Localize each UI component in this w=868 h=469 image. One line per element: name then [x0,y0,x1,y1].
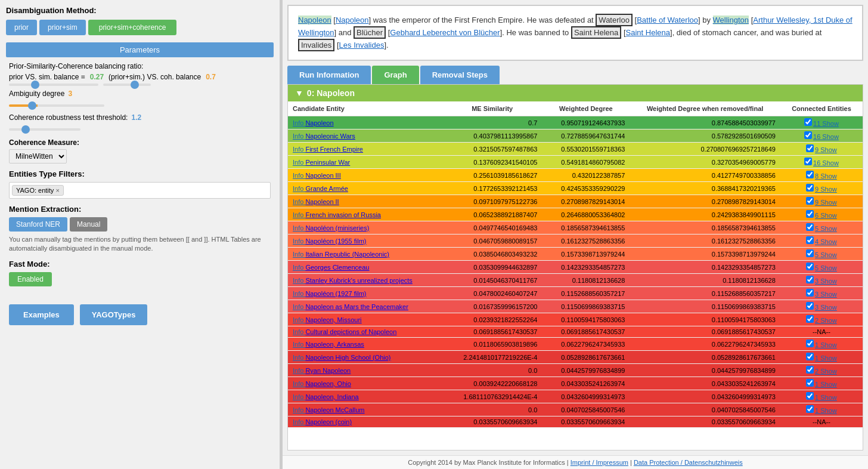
show-link-22[interactable]: 1 Show [815,407,837,414]
show-checkbox-2[interactable] [806,144,814,152]
info-cell-15[interactable]: Info Napoleon, Missouri [288,313,442,326]
show-link-3[interactable]: 16 Show [813,159,839,166]
show-link-7[interactable]: 6 Show [815,212,837,219]
filter-tag-close[interactable]: × [55,187,59,194]
examples-button[interactable]: Examples [9,304,74,325]
entity-link-17[interactable]: Napoleon, Arkansas [305,341,364,348]
entity-link-4[interactable]: Napoleon III [305,172,340,179]
napoleon-highlighted[interactable]: Napoleon [298,16,331,24]
show-link-15[interactable]: 2 Show [815,317,837,324]
show-link-18[interactable]: 1 Show [815,354,837,362]
coherence-threshold-slider[interactable] [9,128,80,131]
info-cell-9[interactable]: Info Napoléon (1955 film) [288,234,442,248]
tab-run-information[interactable]: Run Information [287,66,371,84]
saint-helena-link[interactable]: Saint Helena [626,28,670,37]
info-cell-22[interactable]: Info Napoleon McCallum [288,403,442,416]
info-cell-21[interactable]: Info Napoleon, Indiana [288,390,442,403]
info-cell-5[interactable]: Info Grande Armée [288,182,442,195]
show-checkbox-7[interactable] [806,210,814,218]
show-checkbox-22[interactable] [806,405,814,413]
entity-link-16[interactable]: Cultural depictions of Napoleon [305,328,396,335]
manual-button[interactable]: Manual [70,217,107,232]
info-cell-11[interactable]: Info Georges Clemenceau [288,261,442,274]
info-cell-20[interactable]: Info Napoleon, Ohio [288,377,442,390]
show-link-21[interactable]: 1 Show [815,394,837,401]
show-link-10[interactable]: 5 Show [815,251,837,258]
btn-prior-sim-coh[interactable]: prior+sim+coherence [88,20,177,35]
show-checkbox-15[interactable] [806,315,814,323]
show-link-14[interactable]: 3 Show [815,304,837,311]
show-checkbox-20[interactable] [806,379,814,387]
entity-link-14[interactable]: Napoleon as Mars the Peacemaker [305,303,408,310]
btn-prior[interactable]: prior [6,20,37,35]
entity-link-20[interactable]: Napoleon, Ohio [305,380,351,387]
show-link-2[interactable]: 9 Show [815,146,837,153]
info-cell-17[interactable]: Info Napoleon, Arkansas [288,338,442,351]
blucher-link[interactable]: Gebhard Leberecht von Blücher [390,28,500,37]
info-cell-14[interactable]: Info Napoleon as Mars the Peacemaker [288,300,442,313]
show-link-13[interactable]: 3 Show [815,291,837,298]
show-link-17[interactable]: 1 Show [815,341,837,348]
info-cell-19[interactable]: Info Ryan Napoleon [288,364,442,377]
show-link-4[interactable]: 8 Show [815,172,837,180]
entity-link-12[interactable]: Stanley Kubrick's unrealized projects [305,277,412,284]
entity-link-8[interactable]: Napoléon (miniseries) [305,224,369,232]
show-checkbox-14[interactable] [806,302,814,310]
tab-removal-steps[interactable]: Removal Steps [420,66,500,84]
yago-types-button[interactable]: YAGOTypes [80,304,148,325]
tab-graph[interactable]: Graph [372,66,418,84]
show-link-1[interactable]: 16 Show [813,133,839,140]
entity-link-18[interactable]: Napoleon High School (Ohio) [305,354,390,361]
info-cell-13[interactable]: Info Napoléon (1927 film) [288,287,442,300]
show-link-6[interactable]: 9 Show [815,199,837,206]
show-checkbox-3[interactable] [804,158,812,165]
show-link-5[interactable]: 9 Show [815,186,837,193]
entity-link-6[interactable]: Napoleon II [305,198,339,205]
btn-prior-sim[interactable]: prior+sim [39,20,86,35]
show-link-19[interactable]: 2 Show [815,368,837,375]
filter-tag-yago[interactable]: YAGO: entity × [12,185,64,196]
info-cell-6[interactable]: Info Napoleon II [288,195,442,208]
entity-link-11[interactable]: Georges Clemenceau [305,264,369,271]
entity-link-2[interactable]: First French Empire [305,146,363,153]
entity-link-5[interactable]: Grande Armée [305,185,348,192]
footer-imprint-link[interactable]: Imprint / Impressum [571,459,628,466]
info-cell-3[interactable]: Info Peninsular War [288,156,442,169]
show-checkbox-13[interactable] [806,289,814,297]
show-checkbox-9[interactable] [806,236,814,244]
invalides-link[interactable]: Les Invalides [339,41,385,50]
show-checkbox-1[interactable] [804,131,812,139]
prior-sim-slider[interactable] [9,84,98,86]
show-checkbox-18[interactable] [806,353,814,360]
show-checkbox-17[interactable] [806,340,814,347]
entity-link-0[interactable]: Napoleon [305,119,333,126]
show-link-20[interactable]: 1 Show [815,381,837,388]
info-cell-23[interactable]: Info Napoleon (coin) [288,416,442,428]
info-cell-16[interactable]: Info Cultural depictions of Napoleon [288,326,442,338]
show-checkbox-6[interactable] [806,197,814,205]
show-checkbox-5[interactable] [806,184,814,192]
stanford-ner-button[interactable]: Stanford NER [9,217,67,232]
waterloo-link[interactable]: Battle of Waterloo [637,16,698,24]
show-checkbox-12[interactable] [806,276,814,283]
entity-link-22[interactable]: Napoleon McCallum [305,406,364,414]
show-checkbox-0[interactable] [804,118,812,126]
info-cell-0[interactable]: Info Napoleon [288,116,442,129]
show-checkbox-10[interactable] [806,249,814,257]
coherence-measure-select[interactable]: MilneWitten [9,149,67,163]
info-cell-2[interactable]: Info First French Empire [288,143,442,156]
entity-link-1[interactable]: Napoleonic Wars [305,132,355,140]
entity-link-15[interactable]: Napoleon, Missouri [305,316,361,323]
wellington-highlighted[interactable]: Wellington [713,16,749,24]
show-link-12[interactable]: 3 Show [815,277,837,285]
info-cell-10[interactable]: Info Italian Republic (Napoleonic) [288,248,442,261]
show-link-8[interactable]: 5 Show [815,225,837,232]
info-cell-4[interactable]: Info Napoleon III [288,169,442,182]
info-cell-18[interactable]: Info Napoleon High School (Ohio) [288,351,442,364]
filter-text-input[interactable] [66,186,268,195]
show-link-11[interactable]: 5 Show [815,264,837,271]
show-checkbox-8[interactable] [806,223,814,231]
show-checkbox-11[interactable] [806,263,814,270]
napoleon-link[interactable]: Napoleon [336,16,369,24]
show-checkbox-19[interactable] [806,366,814,374]
